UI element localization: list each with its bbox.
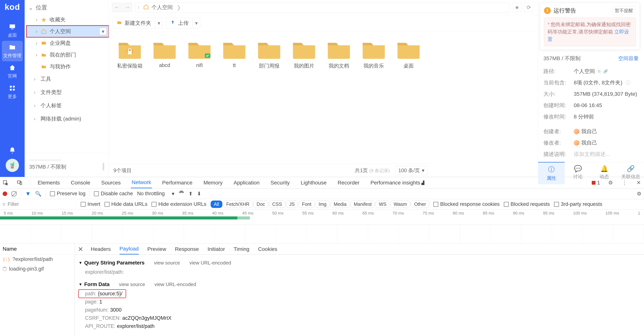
copy-icon[interactable]: ⧉ (597, 69, 602, 74)
blocked-requests-checkbox[interactable]: Blocked requests (504, 201, 550, 207)
tree-file-types[interactable]: ›文件类型 (24, 86, 109, 99)
devtools-tab[interactable]: Elements (37, 177, 60, 188)
breadcrumb[interactable]: ↑ 个人空间 ❯ (135, 2, 509, 12)
devtools-tab[interactable]: Lighthouse (300, 177, 327, 188)
inspect-icon[interactable] (2, 179, 9, 186)
new-folder-dropdown[interactable]: ▾ (155, 17, 163, 28)
filter-chip[interactable]: Manifest (350, 200, 375, 208)
nav-forward-button[interactable]: → (122, 3, 132, 12)
hide-data-urls-checkbox[interactable]: Hide data URLs (104, 201, 148, 207)
detail-tab[interactable]: Response (175, 244, 199, 254)
tree-tags[interactable]: ›个人标签 (24, 99, 109, 112)
preserve-log-checkbox[interactable]: Preserve log (50, 191, 86, 196)
view-encoded-link[interactable]: view URL-encoded (190, 260, 231, 266)
tree-my-dept[interactable]: ›我在的部门 (26, 49, 109, 61)
filter-chip[interactable]: WS (376, 200, 390, 208)
filter-chip[interactable]: Media (330, 200, 350, 208)
devtools-tab[interactable]: Memory (203, 177, 223, 188)
dropdown-caret-icon[interactable]: ▾ (100, 28, 106, 35)
clear-button[interactable] (11, 191, 17, 196)
tree-network-mount[interactable]: ›网络挂载 (admin) (24, 112, 109, 125)
new-folder-button[interactable]: 新建文件夹 (113, 17, 155, 28)
info-icon[interactable]: i (626, 80, 630, 85)
capacity-link[interactable]: 空间容量 (618, 55, 639, 62)
network-settings-icon[interactable]: ⚙ (637, 191, 641, 197)
timeline[interactable]: 5 ms10 ms15 ms20 ms25 ms30 ms35 ms40 ms4… (0, 210, 644, 225)
query-params-section[interactable]: ▼Query String Parametersview sourceview … (78, 260, 640, 266)
tree-personal-space[interactable]: ›个人空间▾ (26, 25, 109, 37)
file-item[interactable]: abcd (148, 37, 182, 71)
filter-chip[interactable]: Doc (254, 200, 268, 208)
info-tab[interactable]: 🔔动态 (591, 162, 618, 184)
file-item[interactable]: 部门周报 (252, 37, 286, 71)
import-har-icon[interactable]: ⬆ (188, 191, 193, 197)
link-icon[interactable]: 🔗 (603, 69, 608, 74)
nav-file-manager[interactable]: 文件管理 (2, 41, 23, 61)
network-conditions-icon[interactable] (178, 190, 184, 197)
upload-dropdown[interactable]: ▾ (193, 17, 200, 28)
filter-chip[interactable]: Font (299, 200, 314, 208)
view-source-link[interactable]: view source (154, 260, 180, 266)
favorite-button[interactable]: ★ (512, 3, 522, 12)
filter-chip[interactable]: All (211, 200, 222, 208)
user-avatar[interactable]: 🧋 (6, 159, 19, 172)
detail-tab[interactable]: Timing (234, 244, 250, 254)
detail-tab[interactable]: Payload (120, 244, 139, 254)
filter-chip[interactable]: Fetch/XHR (223, 200, 253, 208)
file-item[interactable]: 私密保险箱 (113, 37, 147, 71)
filter-input[interactable]: ▿Filter (3, 201, 76, 207)
detail-tab[interactable]: Preview (147, 244, 166, 254)
file-item[interactable]: 桌面 (392, 37, 426, 71)
info-value[interactable]: 添加文档描述... (574, 151, 610, 158)
filter-chip[interactable]: Img (315, 200, 330, 208)
invert-checkbox[interactable]: Invert (81, 201, 100, 207)
export-har-icon[interactable]: ⬇ (197, 191, 201, 197)
filter-chip[interactable]: JS (286, 200, 298, 208)
search-icon[interactable]: 🔍 (35, 191, 42, 197)
disable-cache-checkbox[interactable]: Disable cache (94, 191, 133, 196)
refresh-button[interactable]: ⟳ (524, 3, 534, 12)
detail-tab[interactable]: Headers (91, 244, 111, 254)
tree-favorites[interactable]: ›收藏夹 (26, 14, 109, 25)
devtools-tab[interactable]: Console (70, 177, 91, 188)
upload-button[interactable]: 上传 (166, 17, 193, 28)
info-tab[interactable]: 🔗关联信息 (618, 162, 644, 184)
record-button[interactable] (3, 191, 7, 196)
devtools-tab[interactable]: Performance insights ▟ (370, 177, 425, 188)
filter-chip[interactable]: Other (411, 200, 429, 208)
notifications-icon[interactable] (9, 147, 16, 155)
nav-website[interactable]: 官网 (0, 61, 24, 82)
tree-tools[interactable]: ›工具 (24, 72, 109, 86)
filter-chip[interactable]: Wasm (390, 200, 410, 208)
info-tab[interactable]: ⓘ属性 (538, 162, 565, 184)
device-toggle-icon[interactable] (16, 179, 23, 186)
resize-handle[interactable] (103, 163, 104, 170)
detail-tab[interactable]: Initiator (208, 244, 225, 254)
filter-chip[interactable]: CSS (269, 200, 285, 208)
devtools-tab[interactable]: Performance (162, 177, 193, 188)
file-item[interactable]: 我的文档 (322, 37, 356, 71)
nav-more[interactable]: 更多 (0, 82, 24, 102)
filter-toggle-icon[interactable]: ▼ (25, 190, 31, 197)
info-tab[interactable]: 💬讨论 (565, 162, 591, 184)
nav-desktop[interactable]: 桌面 (0, 20, 24, 41)
tree-shared-with-me[interactable]: 与我协作 (26, 61, 109, 72)
devtools-tab[interactable]: Security (270, 177, 290, 188)
view-source-link[interactable]: view source (119, 282, 145, 287)
devtools-tab[interactable]: Application (233, 177, 260, 188)
file-item[interactable]: tt (217, 37, 251, 71)
request-row[interactable]: {:}?explorer/list/path (0, 254, 75, 264)
devtools-tab[interactable]: Sources (100, 177, 122, 188)
view-encoded-link[interactable]: view URL-encoded (154, 282, 196, 287)
tree-header-location[interactable]: ⌄位置 (24, 1, 109, 14)
tree-enterprise[interactable]: ›企业网盘 (26, 37, 109, 49)
blocked-cookies-checkbox[interactable]: Blocked response cookies (433, 201, 500, 207)
close-detail-icon[interactable]: ✕ (78, 245, 83, 253)
third-party-checkbox[interactable]: 3rd-party requests (554, 201, 602, 207)
devtools-tab[interactable]: Network (131, 177, 152, 188)
detail-tab[interactable]: Cookies (258, 244, 277, 254)
per-page-select[interactable]: 100 条/页▾ (396, 166, 427, 175)
request-row[interactable]: loading-pin3.gif (0, 264, 75, 274)
throttling-select[interactable]: No throttling ▾ (137, 191, 175, 197)
up-icon[interactable]: ↑ (137, 4, 140, 10)
